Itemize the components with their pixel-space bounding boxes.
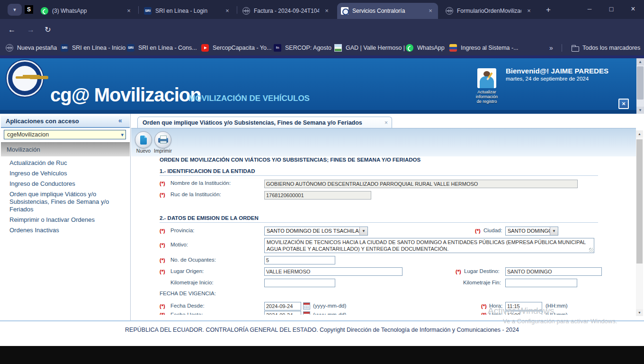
app-select-value: cgeMovilizacion <box>7 131 49 138</box>
pinned-tab[interactable]: S <box>25 5 33 14</box>
sidebar-item-actualizacion-ruc[interactable]: Actualización de Ruc <box>9 159 128 167</box>
tab-close-icon[interactable] <box>525 7 533 15</box>
fn-icon <box>274 44 281 52</box>
document-tab[interactable]: Orden que implique Viáticos y/o Subsiste… <box>137 117 392 128</box>
page-scrollbar[interactable] <box>636 58 644 114</box>
tab-title: SRI en Línea - Login <box>155 8 220 14</box>
required-marker: (*) <box>160 181 165 186</box>
calendar-icon[interactable] <box>303 302 310 309</box>
footer-text: REPÚBLICA DEL ECUADOR. CONTRALORÍA GENER… <box>0 327 644 333</box>
bookmark-item[interactable]: Nueva pestaña <box>6 44 57 52</box>
nombre-institucion-input[interactable] <box>264 180 578 188</box>
scroll-down-icon[interactable] <box>636 309 643 316</box>
form-scrollbar[interactable] <box>636 130 643 316</box>
bookmark-item[interactable]: WhatsApp <box>406 44 445 52</box>
motivo-textarea[interactable]: MOVILIZACIÓN DE TECNICOS HACIA LA CIUDAD… <box>264 238 594 253</box>
bookmark-label: Ingreso al Sistema -... <box>461 45 519 51</box>
section1-header: 1.- IDENTIFICACION DE LA ENTIDAD <box>160 168 255 174</box>
km-inicio-input[interactable] <box>264 279 335 287</box>
activate-windows-watermark: Activar Windows <box>488 306 554 316</box>
bookmark-item[interactable]: SRI en Línea - Inicio <box>61 44 125 52</box>
bookmark-item[interactable]: SercopCapacita - Yo... <box>201 44 271 52</box>
browser-tab-whatsapp[interactable]: (3) WhatsApp <box>37 3 136 19</box>
update-registration-link[interactable]: Actualizar información de registro <box>474 90 500 104</box>
welcome-text: Bienvenid@! JAIME PAREDES <box>506 67 608 75</box>
window-maximize-button[interactable] <box>600 0 622 18</box>
required-marker: (*) <box>475 228 481 234</box>
bookmark-label: SRI en Línea - Cons... <box>138 45 197 51</box>
tab-close-icon[interactable] <box>125 7 133 15</box>
bookmark-item[interactable]: SRI en Línea - Cons... <box>127 44 197 52</box>
required-marker: (*) <box>160 257 165 263</box>
scroll-down-icon[interactable] <box>636 107 644 114</box>
required-marker: (*) <box>160 303 165 309</box>
forward-button[interactable]: → <box>25 24 37 36</box>
ruc-institucion-input[interactable] <box>264 191 371 200</box>
fecha-hasta-input[interactable] <box>264 311 301 315</box>
lugar-origen-input[interactable] <box>264 267 402 276</box>
textarea-resize-grip[interactable] <box>589 248 593 252</box>
back-button[interactable]: ← <box>6 24 18 36</box>
tab-close-icon[interactable] <box>224 7 231 15</box>
bookmark-label: WhatsApp <box>417 45 445 51</box>
sidebar-collapse-icon[interactable] <box>118 117 122 124</box>
required-marker: (*) <box>160 312 165 315</box>
required-marker: (*) <box>481 312 487 315</box>
bookmarks-overflow-icon[interactable] <box>549 44 553 52</box>
bookmark-label: SercopCapacita - Yo... <box>213 45 271 51</box>
app-select[interactable]: cgeMovilizacion <box>4 130 126 139</box>
globe-icon <box>242 7 250 15</box>
imprimir-button[interactable] <box>154 131 171 148</box>
km-fin-input[interactable] <box>505 279 577 287</box>
ocupantes-input[interactable] <box>264 256 335 264</box>
provincia-value: SANTO DOMINGO DE LOS TSACHILAS <box>267 228 362 234</box>
lugar-destino-label: Lugar Destino: <box>464 268 500 274</box>
ecuador-shield-icon <box>449 44 457 52</box>
scroll-up-icon[interactable] <box>636 58 644 65</box>
window-close-button[interactable] <box>622 0 644 18</box>
new-tab-button[interactable] <box>543 4 554 16</box>
sidebar-item-ordenes-inactivas[interactable]: Ordenes Inactivas <box>9 227 128 234</box>
ciudad-select[interactable]: SANTO DOMINGO <box>505 227 558 236</box>
scroll-up-icon[interactable] <box>636 130 643 137</box>
fecha-desde-hint: (yyyy-mm-dd) <box>313 303 346 309</box>
scroll-thumb[interactable] <box>636 139 643 264</box>
tab-close-icon[interactable] <box>427 7 434 15</box>
session-close-button[interactable] <box>618 99 629 109</box>
calendar-icon[interactable] <box>303 311 310 315</box>
whatsapp-icon <box>41 7 48 15</box>
provincia-select[interactable]: SANTO DOMINGO DE LOS TSACHILAS <box>264 227 368 236</box>
sidebar-item-ingreso-vehiculos[interactable]: Ingreso de Vehículos <box>9 170 128 177</box>
sidebar-item-reimprimir-ordenes[interactable]: Reimprimir o Inactivar Ordenes <box>9 216 128 224</box>
browser-tab-formulario[interactable]: FormularioOrdenMovilizac <box>442 3 537 19</box>
bookmark-item[interactable]: SERCOP: Agosto <box>274 44 331 52</box>
tab-search-chevron-icon[interactable] <box>8 4 22 16</box>
required-marker: (*) <box>160 192 165 198</box>
fecha-desde-input[interactable] <box>264 302 301 310</box>
sidebar-item-ingreso-conductores[interactable]: Ingreso de Conductores <box>9 180 128 188</box>
tab-title: (3) WhatsApp <box>52 8 121 14</box>
tab-close-icon[interactable] <box>323 7 331 15</box>
bookmark-item[interactable]: Ingreso al Sistema -... <box>449 44 519 52</box>
sidebar-item-orden-viaticos[interactable]: Orden que implique Viáticos y/o Subsiste… <box>9 191 128 213</box>
reload-button[interactable]: ↻ <box>42 24 54 36</box>
nuevo-button[interactable] <box>135 131 152 148</box>
window-minimize-button[interactable] <box>579 0 600 18</box>
lugar-destino-input[interactable] <box>505 267 602 276</box>
chevron-down-icon <box>550 227 558 235</box>
browser-tab-factura[interactable]: Factura - 2024-09-24T1044 <box>239 3 334 19</box>
sidebar-title: Aplicaciones con acceso <box>1 116 130 128</box>
document-tab-close-icon[interactable] <box>385 119 388 126</box>
browser-tab-sri[interactable]: SRI en Línea - Login <box>140 3 235 19</box>
ruc-label: Ruc de la Institución: <box>170 191 221 197</box>
all-bookmarks-button[interactable]: Todos los marcadores <box>571 44 640 52</box>
printer-icon <box>158 138 168 143</box>
scroll-thumb[interactable] <box>637 66 644 100</box>
sri-icon <box>61 44 68 52</box>
browser-tab-servicios-active[interactable]: Servicios Contraloría <box>337 3 438 19</box>
bookmark-item[interactable]: GAD | Valle Hermoso | <box>334 44 405 52</box>
ciudad-label: Ciudad: <box>483 228 502 233</box>
chevron-down-icon <box>359 227 367 235</box>
tab-title: FormularioOrdenMovilizac <box>457 8 521 14</box>
tab-separator <box>237 6 237 14</box>
